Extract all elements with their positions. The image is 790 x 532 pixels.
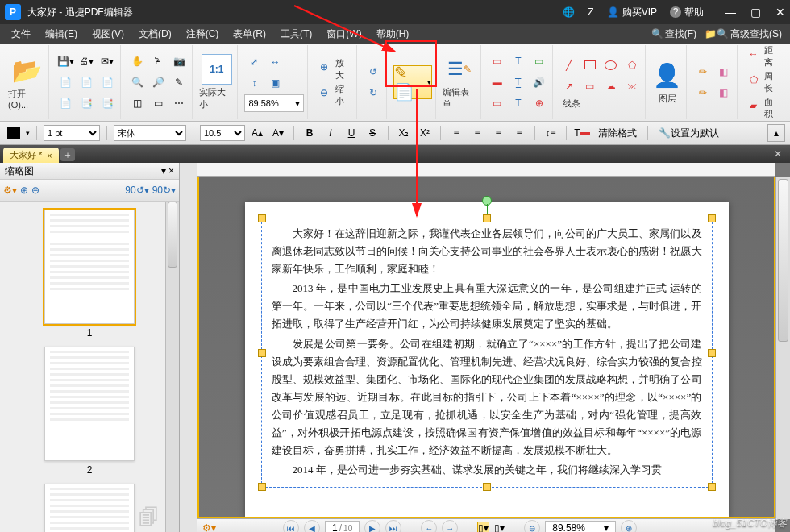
resize-handle[interactable] [708, 214, 716, 222]
actual-size-icon[interactable]: 1:1 [202, 54, 232, 85]
strike-icon[interactable]: S [364, 124, 381, 142]
cloud-rect-icon[interactable]: ▭ [580, 77, 600, 96]
eraser2-icon[interactable]: ◧ [714, 83, 734, 102]
stamp-icon[interactable]: ▭ [530, 52, 549, 71]
underline-icon[interactable]: U [343, 124, 360, 142]
thumb-rotate-left-icon[interactable]: 90↺▾ [125, 185, 148, 196]
highlight-icon[interactable]: ▬ [488, 73, 507, 92]
close-button[interactable]: ✕ [775, 6, 785, 19]
thumb-zoomin-icon[interactable]: ⊕ [20, 185, 28, 196]
status-settings-icon[interactable]: ⚙▾ [202, 522, 216, 532]
doc4-icon[interactable]: 📄 [56, 94, 75, 113]
grow-font-icon[interactable]: A▴ [248, 124, 266, 142]
tabs-close-all-icon[interactable]: ✕ [774, 148, 782, 160]
advanced-find-button[interactable]: 📁🔍高级查找(S) [701, 26, 785, 43]
find-button[interactable]: 🔍查找(F) [648, 26, 700, 43]
superscript-icon[interactable]: X² [416, 124, 434, 142]
align-center-icon[interactable]: ≡ [468, 124, 486, 142]
pdf-page[interactable]: 大家好！在这辞旧迎新之际，我谨代表企业各层领导们，向公司的广大员工、家属们以及离… [245, 202, 729, 517]
print-icon[interactable]: 🖨▾ [77, 52, 96, 71]
cloud-icon[interactable]: ☁ [601, 77, 621, 96]
menu-window[interactable]: 窗口(W) [320, 26, 368, 43]
align-justify-icon[interactable]: ≡ [510, 124, 528, 142]
area-icon[interactable]: ▰ [744, 96, 763, 115]
more-icon[interactable]: ⋯ [169, 94, 189, 113]
underline-icon[interactable]: T̲ [509, 73, 528, 92]
bold-icon[interactable]: B [301, 124, 318, 142]
italic-icon[interactable]: I [322, 124, 339, 142]
zoomout-icon[interactable]: ⊖ [314, 83, 334, 102]
thumbnail-scrollbar[interactable] [165, 202, 179, 532]
text-t2-icon[interactable]: T [509, 94, 528, 113]
minimize-button[interactable]: — [725, 6, 736, 19]
zoomin-icon[interactable]: ⊕ [314, 57, 334, 77]
pencil2-icon[interactable]: ✏ [693, 83, 713, 102]
open-icon[interactable]: 📂 [11, 56, 42, 86]
tab-close-icon[interactable]: × [47, 151, 52, 160]
edit-form-icon[interactable]: ☰✎ [444, 54, 475, 85]
resize-handle[interactable] [708, 483, 716, 491]
resize-handle[interactable] [258, 349, 266, 357]
crop-icon[interactable]: ◫ [127, 94, 147, 113]
help-button[interactable]: ?帮助 [670, 6, 704, 19]
line-weight-combo[interactable]: 1 pt [44, 125, 100, 141]
font-combo[interactable]: 宋体 [114, 125, 186, 141]
collapse-ribbon-icon[interactable]: ▴ [767, 124, 785, 142]
attach-icon[interactable]: ⊕ [530, 94, 549, 113]
nav-back-button[interactable]: ← [421, 520, 437, 532]
menu-view[interactable]: 视图(V) [85, 26, 131, 43]
menu-tool[interactable]: 工具(T) [274, 26, 318, 43]
perimeter-icon[interactable]: ⬠ [744, 70, 763, 89]
hand-icon[interactable]: ✋ [127, 52, 147, 71]
menu-edit[interactable]: 编辑(E) [39, 26, 84, 43]
globe-icon[interactable]: 🌐 [563, 6, 575, 18]
doc-icon[interactable]: 📄 [56, 73, 75, 92]
size-combo[interactable]: 10.5 [200, 125, 245, 141]
zoom-box[interactable]: 89.58%▾ [545, 521, 616, 532]
text-color-icon[interactable]: T [573, 124, 591, 142]
resize-handle[interactable] [258, 483, 266, 491]
layer-icon[interactable]: 👤 [652, 60, 683, 91]
clear-format-button[interactable]: 清除格式 [594, 124, 641, 142]
spacing-icon[interactable]: ↕≡ [542, 124, 559, 142]
thumb-rotate-right-icon[interactable]: 90↻▾ [152, 185, 176, 196]
thumb-settings-icon[interactable]: ⚙▾ [3, 185, 17, 196]
loupe-icon[interactable]: 🔎 [148, 73, 168, 92]
zoom-in-button[interactable]: ⊕ [621, 520, 637, 532]
fit-page-icon[interactable]: ⤢ [244, 52, 264, 72]
fit-width-icon[interactable]: ↔ [265, 52, 285, 72]
edit-icon[interactable]: ✎ [169, 73, 189, 92]
menu-comment[interactable]: 注释(C) [180, 26, 226, 43]
arrow-icon[interactable]: ↗ [559, 77, 579, 96]
rotate-left-icon[interactable]: ↺ [364, 62, 383, 81]
rect-icon[interactable] [580, 56, 600, 75]
resize-handle[interactable] [483, 483, 491, 491]
oval-icon[interactable] [601, 56, 621, 75]
document-paragraph[interactable]: 2013 年，是中国电力工业发展史上具有重大深远意义的一年，是公司组建并正式 运… [272, 280, 702, 333]
menu-file[interactable]: 文件 [5, 26, 37, 43]
zoom-tool-icon[interactable]: 🔍 [127, 73, 147, 92]
nav-fwd-button[interactable]: → [442, 520, 458, 532]
new-tab-button[interactable]: ＋ [60, 148, 75, 161]
save-icon[interactable]: 💾▾ [56, 52, 75, 71]
snapshot-icon[interactable]: 📷 [169, 52, 189, 71]
single-page-icon[interactable]: ▯▾ [477, 522, 489, 532]
user-label[interactable]: Z [588, 6, 593, 18]
text-t-icon[interactable]: T [509, 52, 528, 71]
text-selection-box[interactable]: 大家好！在这辞旧迎新之际，我谨代表企业各层领导们，向公司的广大员工、家属们以及离… [261, 218, 713, 488]
line-icon[interactable]: ╱ [559, 56, 579, 75]
doc2-icon[interactable]: 📄 [77, 73, 96, 92]
polygon-icon[interactable]: ⬠ [622, 56, 642, 75]
menu-document[interactable]: 文档(D) [132, 26, 178, 43]
zoom-out-button[interactable]: ⊖ [524, 520, 540, 532]
subscript-icon[interactable]: X₂ [395, 124, 413, 142]
page-number-box[interactable]: 1/10 [325, 521, 360, 532]
align-right-icon[interactable]: ≡ [489, 124, 507, 142]
buy-vip-button[interactable]: 👤购买VIP [607, 6, 657, 19]
select-icon[interactable]: 🖱 [148, 52, 168, 71]
shape-icon[interactable]: ▭ [148, 94, 168, 113]
thumbnail-page-2[interactable]: 2 [37, 347, 142, 476]
continuous-icon[interactable]: ▯▾ [494, 522, 505, 532]
resize-handle[interactable] [258, 214, 266, 222]
mail-icon[interactable]: ✉▾ [98, 52, 117, 71]
